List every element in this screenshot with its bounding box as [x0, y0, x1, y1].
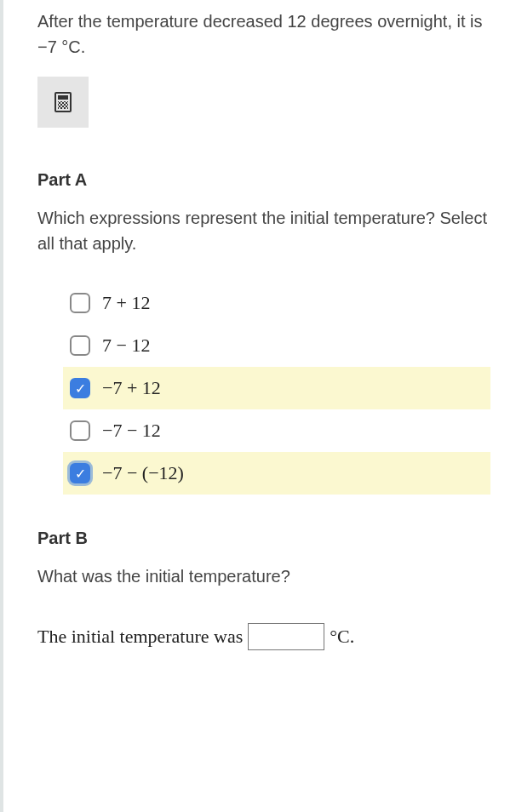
option-checkbox[interactable] [70, 293, 90, 313]
option-checkbox[interactable] [70, 420, 90, 441]
part-a-label: Part A [37, 170, 490, 190]
part-b-question: What was the initial temperature? [37, 563, 490, 589]
part-a-options: 7 + 127 − 12✓−7 + 12−7 − 12✓−7 − (−12) [63, 282, 490, 495]
option-expression: 7 − 12 [102, 335, 150, 357]
option-row[interactable]: 7 + 12 [63, 282, 490, 324]
part-b-label: Part B [37, 529, 490, 548]
option-row[interactable]: 7 − 12 [63, 324, 490, 367]
part-a-question: Which expressions represent the initial … [37, 205, 490, 256]
option-row[interactable]: ✓−7 − (−12) [63, 452, 490, 495]
answer-prefix: The initial temperature was [37, 626, 243, 648]
answer-suffix: °C. [330, 626, 354, 648]
problem-intro: After the temperature decreased 12 degre… [37, 9, 490, 60]
option-row[interactable]: −7 − 12 [63, 409, 490, 452]
calculator-button[interactable] [37, 77, 89, 128]
option-expression: −7 − (−12) [102, 462, 184, 484]
calculator-icon [54, 92, 72, 112]
option-row[interactable]: ✓−7 + 12 [63, 367, 490, 409]
option-checkbox[interactable]: ✓ [70, 378, 90, 398]
initial-temperature-input[interactable] [248, 623, 324, 650]
option-checkbox[interactable] [70, 335, 90, 356]
option-expression: 7 + 12 [102, 292, 150, 314]
option-expression: −7 + 12 [102, 377, 161, 399]
part-b-answer-line: The initial temperature was °C. [37, 623, 490, 650]
option-checkbox[interactable]: ✓ [70, 463, 90, 483]
option-expression: −7 − 12 [102, 420, 161, 442]
